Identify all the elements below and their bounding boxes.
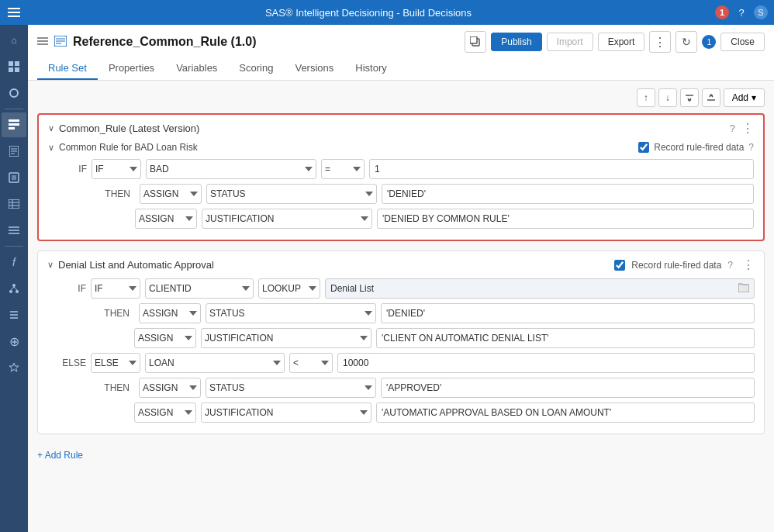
- common-rule-more-icon[interactable]: ⋮: [741, 121, 754, 136]
- sidebar-item-grid[interactable]: [2, 54, 26, 79]
- sidebar-item-list[interactable]: [2, 218, 26, 243]
- then-action-select-1[interactable]: ASSIGN: [140, 184, 202, 204]
- svg-point-24: [12, 284, 16, 287]
- move-down-button[interactable]: ↓: [658, 88, 677, 107]
- common-rule-help-icon[interactable]: ?: [730, 123, 735, 134]
- add-rule-button[interactable]: + Add Rule: [37, 444, 765, 461]
- sidebar-item-lines[interactable]: [2, 302, 26, 327]
- denial-list-title: Denial List and Automatic Approval: [58, 259, 214, 271]
- if-op-select[interactable]: =: [321, 159, 365, 179]
- tab-history[interactable]: History: [344, 57, 397, 80]
- denial-then-action-2[interactable]: ASSIGN: [134, 328, 196, 348]
- add-dropdown-arrow: ▾: [752, 92, 756, 103]
- denial-more-icon[interactable]: ⋮: [742, 257, 755, 272]
- denial-record-help[interactable]: ?: [727, 260, 733, 271]
- common-rule-then-row-2: ASSIGN JUSTIFICATION: [48, 209, 754, 229]
- svg-rect-3: [9, 61, 13, 66]
- denial-then-value-2[interactable]: [376, 328, 755, 348]
- more-options-button[interactable]: ⋮: [649, 31, 671, 53]
- denial-if-label: IF: [47, 283, 86, 294]
- tab-properties[interactable]: Properties: [98, 57, 165, 80]
- tab-rule-set[interactable]: Rule Set: [37, 57, 98, 80]
- content-area: ↑ ↓ Add ▾ ∨ Common_Rule (Lates: [28, 81, 774, 532]
- denial-else-label: ELSE: [47, 358, 86, 368]
- sidebar: ⌂ f ⊕: [0, 25, 28, 532]
- denial-else-then-value-1[interactable]: [381, 378, 755, 398]
- then-value-input-2[interactable]: [377, 209, 754, 229]
- svg-rect-5: [9, 67, 13, 72]
- tab-versions[interactable]: Versions: [284, 57, 344, 80]
- sidebar-item-plus[interactable]: ⊕: [2, 329, 26, 354]
- sidebar-item-function[interactable]: f: [2, 250, 26, 275]
- denial-else-then-field-2[interactable]: JUSTIFICATION: [201, 402, 371, 423]
- sidebar-item-rules[interactable]: [2, 112, 26, 137]
- svg-point-25: [9, 290, 12, 293]
- denial-then-value-1[interactable]: [381, 303, 755, 323]
- then-field-select-1[interactable]: STATUS: [206, 184, 377, 204]
- denial-then-row-2: ASSIGN JUSTIFICATION: [47, 328, 755, 348]
- menu-icon[interactable]: [6, 5, 22, 20]
- then-field-select-2[interactable]: JUSTIFICATION: [202, 209, 372, 229]
- svg-rect-6: [15, 67, 19, 72]
- denial-then-action-1[interactable]: ASSIGN: [139, 303, 201, 323]
- denial-else-then-field-1[interactable]: STATUS: [206, 378, 376, 398]
- bad-loan-chevron[interactable]: ∨: [48, 143, 54, 153]
- copy-icon-button[interactable]: [465, 31, 486, 53]
- sidebar-item-settings[interactable]: [2, 355, 26, 380]
- close-button[interactable]: Close: [720, 33, 765, 51]
- import-button[interactable]: Import: [547, 33, 593, 51]
- denial-then-row-1: THEN ASSIGN STATUS: [47, 303, 755, 323]
- sidebar-item-document[interactable]: [2, 139, 26, 164]
- export-button[interactable]: Export: [598, 33, 645, 51]
- add-rule-label: + Add Rule: [37, 450, 83, 461]
- denial-else-then-action-2[interactable]: ASSIGN: [134, 402, 196, 423]
- breadcrumb-icon[interactable]: [37, 36, 48, 48]
- help-icon[interactable]: ?: [734, 5, 749, 20]
- denial-loan-select[interactable]: LOAN: [145, 353, 285, 373]
- denial-list-chevron[interactable]: ∨: [47, 260, 54, 270]
- common-rule-record-help[interactable]: ?: [748, 142, 754, 153]
- add-dropdown-button[interactable]: Add ▾: [724, 88, 765, 107]
- expand-all-button[interactable]: [702, 88, 720, 107]
- user-badge[interactable]: S: [754, 5, 768, 19]
- common-rule-record-checkbox[interactable]: [638, 142, 649, 153]
- sidebar-item-home[interactable]: ⌂: [2, 28, 26, 53]
- collapse-all-button[interactable]: [680, 88, 699, 107]
- denial-then-field-1[interactable]: STATUS: [206, 303, 376, 323]
- sidebar-divider-2: [5, 246, 23, 247]
- common-rule-chevron[interactable]: ∨: [48, 123, 54, 133]
- sidebar-item-table[interactable]: [2, 192, 26, 216]
- folder-icon[interactable]: [738, 283, 749, 295]
- notification-badge[interactable]: 1: [715, 5, 729, 19]
- move-up-button[interactable]: ↑: [637, 88, 655, 107]
- add-label: Add: [732, 92, 748, 103]
- denial-lookup-select[interactable]: LOOKUP: [258, 278, 320, 299]
- denial-then-field-2[interactable]: JUSTIFICATION: [201, 328, 371, 348]
- tab-scoring[interactable]: Scoring: [228, 57, 284, 80]
- if-value-input[interactable]: [369, 159, 754, 179]
- then-value-input-1[interactable]: [382, 184, 754, 204]
- denial-else-value-input[interactable]: [337, 353, 755, 373]
- svg-rect-2: [8, 16, 20, 17]
- if-label: IF: [48, 164, 87, 174]
- sidebar-item-box[interactable]: [2, 165, 26, 190]
- if-field-select[interactable]: BAD: [146, 159, 316, 179]
- sidebar-item-circle[interactable]: [2, 81, 26, 105]
- if-select[interactable]: IF: [92, 159, 141, 179]
- denial-else-then-value-2[interactable]: [376, 402, 755, 423]
- publish-button[interactable]: Publish: [491, 33, 541, 51]
- sidebar-item-nodes[interactable]: [2, 276, 26, 301]
- header: Reference_Common_Rule (1.0) Publish Impo…: [28, 25, 774, 81]
- denial-else-op-select[interactable]: <: [289, 353, 333, 373]
- then-action-select-2[interactable]: ASSIGN: [135, 209, 197, 229]
- denial-clientid-select[interactable]: CLIENTID: [145, 278, 254, 299]
- page-type-icon: [54, 36, 67, 49]
- denial-else-select[interactable]: ELSE: [91, 353, 140, 373]
- denial-if-select[interactable]: IF: [91, 278, 140, 299]
- refresh-button[interactable]: ↻: [676, 31, 697, 53]
- denial-then-label-1: THEN: [91, 308, 130, 319]
- svg-line-28: [14, 287, 17, 290]
- tab-variables[interactable]: Variables: [165, 57, 228, 80]
- denial-record-checkbox[interactable]: [614, 260, 625, 271]
- denial-else-then-action-1[interactable]: ASSIGN: [139, 378, 201, 398]
